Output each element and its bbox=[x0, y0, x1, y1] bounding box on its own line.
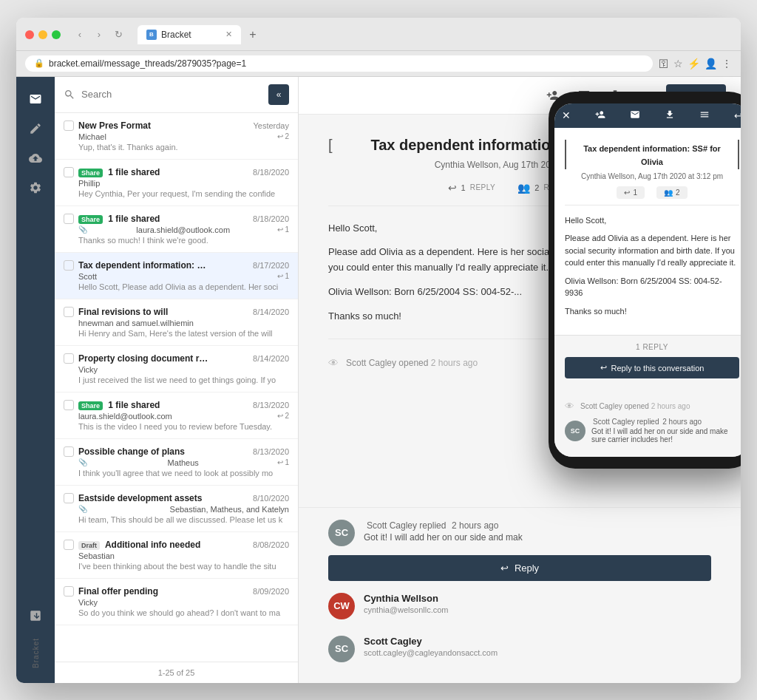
message-text-content: Tax dependent information: SS # for Oliv… bbox=[78, 260, 289, 291]
message-preview: I just received the list we need to get … bbox=[78, 376, 289, 384]
message-sender-row: hnewman and samuel.wilhiemin bbox=[78, 319, 289, 327]
message-date: Yesterday bbox=[253, 121, 289, 130]
message-preview: I've been thinking about the best way to… bbox=[78, 562, 289, 571]
participant-info: Cynthia Wellson cynthia@welsonllc.com bbox=[364, 593, 711, 619]
reply-section: SC Scott Cagley replied 2 hours ago Got … bbox=[299, 507, 741, 683]
phone-body-line-2: Please add Olivia as a dependent. Here i… bbox=[565, 232, 739, 269]
active-tab[interactable]: B Bracket ✕ bbox=[138, 25, 241, 44]
phone-opened-text: Scott Cagley opened 2 hours ago bbox=[580, 402, 690, 410]
reply-compose-button[interactable]: ↩ Reply bbox=[328, 555, 711, 581]
message-item-active[interactable]: Tax dependent information: SS # for Oliv… bbox=[55, 253, 298, 299]
message-preview: Hi team, This should be all we discussed… bbox=[78, 515, 289, 524]
message-item[interactable]: Draft Additional info needed 8/08/2020 S… bbox=[55, 532, 298, 579]
participant-email: cynthia@welsonllc.com bbox=[364, 605, 711, 614]
sidebar-icon-settings[interactable] bbox=[22, 174, 49, 201]
activity-opened-text: Scott Cagley opened 2 hours ago bbox=[346, 358, 478, 368]
address-bar[interactable]: 🔒 bracket.email/message_threads/2879035?… bbox=[25, 55, 653, 72]
message-item[interactable]: Possible change of plans 8/13/2020 📎 Mat… bbox=[55, 439, 298, 486]
phone-reply-content: Scott Cagley replied 2 hours ago Got it!… bbox=[591, 418, 739, 444]
message-item[interactable]: Eastside development assets 8/10/2020 📎 … bbox=[55, 486, 298, 532]
sidebar-icon-export[interactable] bbox=[22, 602, 49, 629]
reply-text: Got it! I will add her on our side and m… bbox=[364, 532, 711, 543]
message-item[interactable]: Share 1 file shared 8/18/2020 📎 laura.sh… bbox=[55, 206, 298, 253]
message-checkbox[interactable] bbox=[64, 493, 74, 503]
message-sender-row: 📎 Sebastian, Matheus, and Katelyn bbox=[78, 505, 289, 514]
phone-download-icon[interactable] bbox=[665, 109, 675, 122]
share-badge: Share bbox=[78, 215, 103, 224]
phone-reply-icon[interactable]: ↩ bbox=[734, 110, 741, 121]
phone-close-icon[interactable]: ✕ bbox=[562, 109, 571, 121]
attachment-icon: 📎 bbox=[78, 225, 87, 234]
phone-activity: 👁 Scott Cagley opened 2 hours ago SC Sco… bbox=[554, 393, 741, 457]
message-checkbox[interactable] bbox=[64, 400, 74, 410]
message-checkbox[interactable] bbox=[64, 307, 74, 317]
message-checkbox[interactable] bbox=[64, 260, 74, 271]
phone-menu-icon[interactable] bbox=[699, 109, 710, 122]
message-date: 8/08/2020 bbox=[253, 540, 289, 549]
message-checkbox[interactable] bbox=[64, 446, 74, 457]
message-item[interactable]: Share 1 file shared 8/13/2020 laura.shie… bbox=[55, 393, 298, 439]
participant-item: SC Scott Cagley scott.cagley@cagleyandon… bbox=[328, 636, 711, 662]
phone-activity-replied: SC Scott Cagley replied 2 hours ago Got … bbox=[565, 418, 739, 444]
message-date: 8/14/2020 bbox=[253, 354, 289, 363]
participant-email: scott.cagley@cagleyandonsacct.com bbox=[364, 648, 711, 657]
message-item[interactable]: Final offer pending 8/09/2020 Vicky So d… bbox=[55, 579, 298, 625]
forward-button[interactable]: › bbox=[92, 27, 106, 42]
phone-reply-sender: Scott Cagley replied 2 hours ago bbox=[591, 418, 739, 426]
share-badge: Share bbox=[78, 401, 103, 410]
message-item[interactable]: Final revisions to will 8/14/2020 hnewma… bbox=[55, 299, 298, 346]
message-date: 8/09/2020 bbox=[253, 587, 289, 596]
app-layout: Bracket « New Pres Format bbox=[16, 77, 741, 683]
phone-reply-arrow-icon: ↩ bbox=[600, 363, 607, 373]
collapse-panel-button[interactable]: « bbox=[268, 84, 289, 105]
sidebar-bottom: Bracket bbox=[22, 602, 49, 674]
minimize-button[interactable] bbox=[38, 30, 47, 39]
fullscreen-button[interactable] bbox=[52, 30, 61, 39]
message-item[interactable]: New Pres Format Yesterday Michael ↩ 2 Yu… bbox=[55, 113, 298, 160]
key-icon[interactable]: ⚿ bbox=[659, 58, 669, 69]
message-item[interactable]: Share 1 file shared 8/18/2020 Phillip He… bbox=[55, 160, 298, 206]
sidebar-icon-inbox[interactable] bbox=[22, 86, 49, 112]
tab-close-button[interactable]: ✕ bbox=[225, 30, 232, 39]
menu-icon[interactable]: ⋮ bbox=[722, 58, 732, 69]
message-subject: Property closing document request bbox=[78, 353, 211, 364]
extensions-icon[interactable]: ⚡ bbox=[688, 58, 700, 69]
phone-sc-avatar: SC bbox=[565, 421, 585, 441]
reply-count: ↩ 1 bbox=[277, 225, 289, 234]
back-button[interactable]: ‹ bbox=[72, 27, 87, 42]
message-sender-row: Phillip bbox=[78, 179, 289, 188]
phone-body-line-4: Thanks so much! bbox=[565, 305, 739, 318]
reply-stat-icon: ↩ bbox=[448, 182, 457, 194]
sidebar-icon-upload[interactable] bbox=[22, 145, 49, 171]
message-checkbox[interactable] bbox=[64, 167, 74, 177]
message-sender-row: 📎 laura.shield@outlook.com ↩ 1 bbox=[78, 225, 289, 234]
message-checkbox[interactable] bbox=[64, 353, 74, 364]
message-subject: Final revisions to will bbox=[78, 307, 211, 317]
participant-item: CW Cynthia Wellson cynthia@welsonllc.com bbox=[328, 593, 711, 619]
phone-envelope-icon[interactable] bbox=[630, 109, 640, 122]
message-checkbox[interactable] bbox=[64, 120, 74, 131]
email-sender: Cynthia Wellson bbox=[435, 160, 498, 170]
message-sender: Michael bbox=[78, 132, 106, 141]
message-sender-row: Michael ↩ 2 bbox=[78, 132, 289, 141]
message-checkbox[interactable] bbox=[64, 586, 74, 597]
close-button[interactable] bbox=[25, 30, 34, 39]
message-checkbox[interactable] bbox=[64, 214, 74, 224]
message-checkbox[interactable] bbox=[64, 540, 74, 550]
reply-stat-label: REPLY bbox=[470, 183, 496, 191]
new-tab-button[interactable]: + bbox=[244, 26, 262, 44]
account-icon[interactable]: 👤 bbox=[705, 58, 717, 69]
star-icon[interactable]: ☆ bbox=[673, 58, 683, 69]
lock-icon: 🔒 bbox=[34, 58, 44, 68]
phone-reply-btn[interactable]: ↩ Reply to this conversation bbox=[565, 357, 739, 378]
message-subject: Share 1 file shared bbox=[78, 214, 211, 224]
message-sender: Vicky bbox=[78, 365, 98, 374]
message-subject: New Pres Format bbox=[78, 120, 211, 131]
reply-item: SC Scott Cagley replied 2 hours ago Got … bbox=[328, 520, 711, 546]
search-input[interactable] bbox=[81, 89, 262, 100]
attachment-icon: 📎 bbox=[78, 458, 87, 466]
refresh-button[interactable]: ↻ bbox=[111, 27, 126, 42]
phone-add-recipient-icon[interactable] bbox=[595, 109, 605, 122]
sidebar-icon-compose[interactable] bbox=[22, 115, 49, 142]
message-item[interactable]: Property closing document request 8/14/2… bbox=[55, 346, 298, 393]
